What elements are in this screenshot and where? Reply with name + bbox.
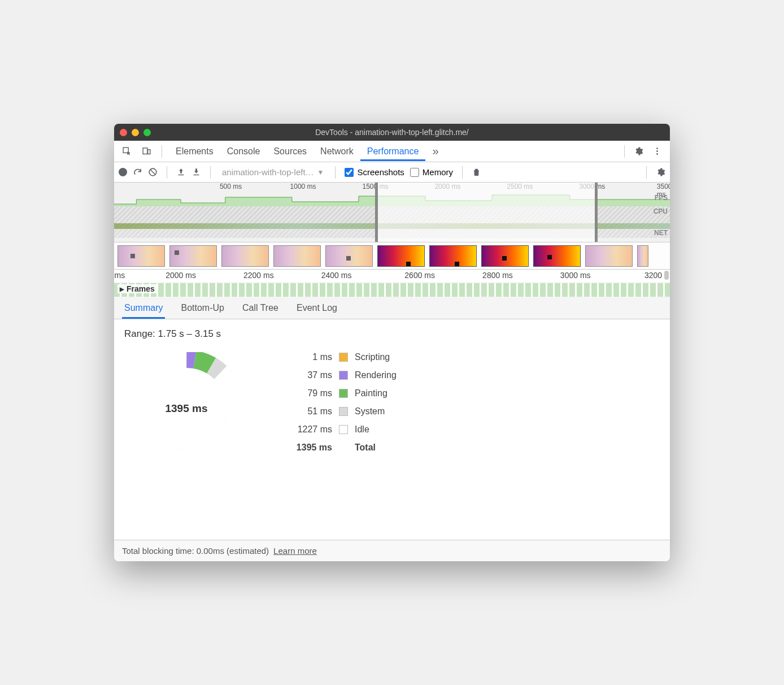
legend-total-value: 1395 ms	[288, 443, 332, 453]
legend-value: 1227 ms	[288, 424, 332, 435]
divider	[646, 166, 647, 179]
window-controls	[120, 129, 151, 136]
flame-tick: 3200	[644, 271, 662, 280]
screenshot-thumb[interactable]	[377, 245, 425, 267]
screenshot-thumb[interactable]	[637, 245, 648, 267]
tab-network[interactable]: Network	[313, 142, 360, 161]
net-label: NET	[654, 229, 668, 237]
legend-value: 1 ms	[288, 352, 332, 362]
legend-value: 37 ms	[288, 370, 332, 380]
flame-tick: 2800 ms	[482, 271, 513, 280]
screenshot-thumb[interactable]	[169, 245, 217, 267]
divider	[162, 145, 162, 158]
divider	[167, 166, 167, 179]
svg-rect-8	[194, 175, 199, 175]
legend-value: 51 ms	[288, 406, 332, 417]
summary-panel: Range: 1.75 s – 3.15 s 1395 ms 1 msScrip…	[114, 319, 670, 540]
details-tabs: SummaryBottom-UpCall TreeEvent Log	[114, 297, 670, 319]
svg-point-5	[656, 153, 658, 155]
divider	[335, 166, 336, 179]
kebab-menu-icon[interactable]	[649, 144, 665, 158]
clear-icon[interactable]	[148, 167, 158, 177]
details-tab-bottom-up[interactable]: Bottom-Up	[178, 298, 226, 319]
screenshot-thumb[interactable]	[533, 245, 581, 267]
screenshots-label: Screenshots	[357, 167, 404, 177]
recording-selector-label: animation-with-top-left…	[222, 167, 314, 177]
garbage-collect-icon[interactable]	[472, 167, 481, 177]
screenshot-filmstrip[interactable]	[114, 242, 670, 270]
legend-item-painting: 79 msPainting	[288, 388, 397, 398]
record-icon[interactable]	[119, 168, 127, 176]
details-tab-summary[interactable]: Summary	[122, 298, 165, 319]
screenshot-thumb[interactable]	[585, 245, 633, 267]
recording-selector[interactable]: animation-with-top-left… ▼	[220, 167, 326, 177]
tab-elements[interactable]: Elements	[169, 142, 220, 161]
save-profile-icon[interactable]	[191, 167, 201, 177]
screenshot-thumb[interactable]	[273, 245, 321, 267]
summary-range: Range: 1.75 s – 3.15 s	[124, 328, 660, 340]
flame-tick: 2400 ms	[321, 271, 352, 280]
zoom-window-button[interactable]	[143, 129, 151, 136]
flame-tick: 2000 ms	[165, 271, 196, 280]
blocking-time-text: Total blocking time: 0.00ms (estimated)	[122, 546, 269, 556]
legend-swatch	[339, 371, 348, 380]
screenshot-thumb[interactable]	[221, 245, 269, 267]
fps-label: FPS	[655, 194, 668, 202]
legend-name: Painting	[355, 388, 387, 398]
timeline-overview[interactable]: 500 ms1000 ms1500 ms2000 ms2500 ms3000 m…	[114, 183, 670, 242]
frames-track-header[interactable]: Frames	[117, 284, 157, 293]
divider	[210, 166, 211, 179]
screenshot-thumb[interactable]	[481, 245, 529, 267]
reload-and-record-icon[interactable]	[133, 167, 142, 177]
close-window-button[interactable]	[120, 129, 127, 136]
legend-name: System	[355, 406, 385, 417]
divider	[624, 145, 625, 158]
screenshot-thumb[interactable]	[429, 245, 477, 267]
details-tab-call-tree[interactable]: Call Tree	[240, 298, 281, 319]
load-profile-icon[interactable]	[176, 167, 186, 177]
screenshots-checkbox[interactable]: Screenshots	[345, 167, 404, 177]
legend-item-idle: 1227 msIdle	[288, 424, 397, 435]
flame-tick: ms	[114, 271, 125, 280]
screenshot-thumb[interactable]	[117, 245, 165, 267]
window-title: DevTools - animation-with-top-left.glitc…	[114, 128, 670, 137]
legend-swatch	[339, 407, 348, 416]
memory-checkbox[interactable]: Memory	[410, 167, 453, 177]
scrollbar-thumb[interactable]	[664, 271, 669, 280]
frames-track[interactable]: Frames	[114, 283, 670, 297]
flame-tick: 3000 ms	[560, 271, 591, 280]
overview-tick: 1000 ms	[290, 183, 316, 190]
minimize-window-button[interactable]	[132, 129, 139, 136]
cpu-label: CPU	[654, 207, 668, 215]
overview-selection[interactable]	[375, 183, 598, 242]
summary-legend: 1 msScripting37 msRendering79 msPainting…	[288, 352, 397, 453]
devtools-window: DevTools - animation-with-top-left.glitc…	[114, 124, 670, 561]
screenshot-thumb[interactable]	[325, 245, 373, 267]
more-tabs-icon[interactable]: »	[429, 142, 442, 160]
device-toggle-icon[interactable]	[138, 144, 155, 158]
capture-settings-gear-icon[interactable]	[656, 167, 665, 177]
svg-rect-2	[148, 150, 150, 154]
inspect-element-icon[interactable]	[119, 144, 135, 158]
flame-tick: 2600 ms	[404, 271, 435, 280]
memory-label: Memory	[423, 167, 453, 177]
frames-label: Frames	[127, 284, 155, 293]
overview-tick: 500 ms	[220, 183, 242, 190]
titlebar: DevTools - animation-with-top-left.glitc…	[114, 124, 670, 141]
summary-donut-chart: 1395 ms	[130, 352, 243, 465]
footer-bar: Total blocking time: 0.00ms (estimated) …	[114, 540, 670, 561]
legend-item-system: 51 msSystem	[288, 406, 397, 417]
legend-value: 79 ms	[288, 388, 332, 398]
legend-name: Scripting	[355, 352, 390, 362]
details-tab-event-log[interactable]: Event Log	[294, 298, 339, 319]
settings-gear-icon[interactable]	[630, 144, 647, 158]
legend-item-rendering: 37 msRendering	[288, 370, 397, 380]
tab-console[interactable]: Console	[220, 142, 267, 161]
legend-name: Rendering	[355, 370, 397, 380]
svg-point-4	[656, 150, 658, 152]
legend-item-scripting: 1 msScripting	[288, 352, 397, 362]
learn-more-link[interactable]: Learn more	[273, 546, 317, 556]
svg-rect-1	[143, 148, 147, 154]
tab-sources[interactable]: Sources	[267, 142, 313, 161]
tab-performance[interactable]: Performance	[360, 142, 426, 161]
